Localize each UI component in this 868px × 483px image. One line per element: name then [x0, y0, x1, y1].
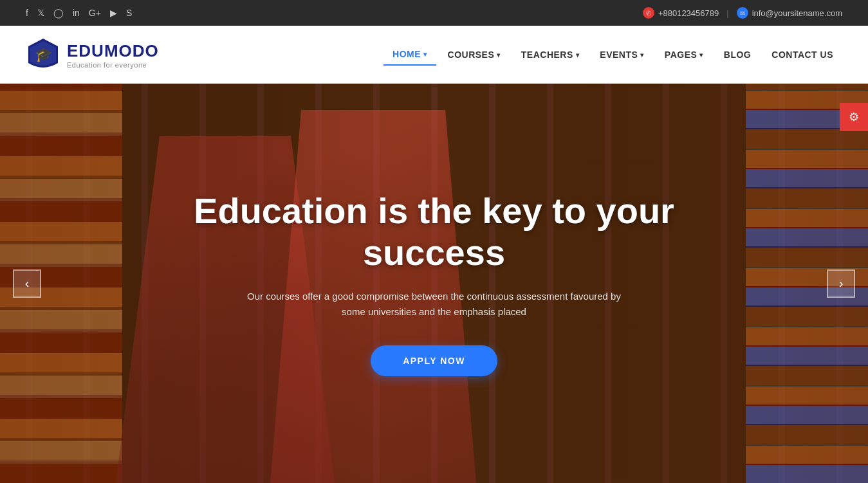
chevron-down-icon: ▾: [576, 51, 580, 59]
chevron-down-icon: ▾: [497, 51, 501, 59]
youtube-icon[interactable]: ▶: [110, 8, 117, 18]
social-links: f 𝕏 ◯ in G+ ▶ S: [26, 8, 132, 18]
nav-courses[interactable]: COURSES ▾: [439, 44, 510, 65]
googleplus-icon[interactable]: G+: [89, 8, 101, 18]
hero-title: Education is the key to your success: [177, 190, 692, 273]
gear-icon: ⚙: [849, 110, 859, 124]
nav-events[interactable]: EVENTS ▾: [591, 44, 653, 65]
top-bar: f 𝕏 ◯ in G+ ▶ S ✆ +880123456789 | ✉ info…: [0, 0, 868, 26]
chevron-down-icon: ▾: [423, 51, 427, 58]
chevron-down-icon: ▾: [640, 51, 644, 59]
facebook-icon[interactable]: f: [26, 8, 28, 18]
phone-contact: ✆ +880123456789: [643, 7, 719, 19]
nav-contact[interactable]: CONTACT US: [762, 44, 842, 65]
logo-area[interactable]: 🎓 EDUMODO Education for everyone: [26, 37, 159, 72]
nav-pages[interactable]: PAGES ▾: [656, 44, 712, 65]
nav-teachers[interactable]: TEACHERS ▾: [512, 44, 589, 65]
nav-blog[interactable]: BLOG: [715, 44, 760, 65]
email-icon: ✉: [737, 7, 748, 19]
settings-button[interactable]: ⚙: [840, 103, 868, 131]
skype-icon[interactable]: S: [126, 8, 132, 18]
nav-home[interactable]: HOME ▾: [383, 44, 436, 66]
slider-prev-button[interactable]: ‹: [13, 269, 41, 298]
apply-now-button[interactable]: APPLY NOW: [371, 345, 497, 376]
email-contact: ✉ info@yoursitename.com: [737, 7, 842, 19]
svg-text:🎓: 🎓: [35, 46, 53, 63]
email-address: info@yoursitename.com: [752, 8, 842, 18]
header: 🎓 EDUMODO Education for everyone HOME ▾ …: [0, 26, 868, 84]
hero-subtitle: Our courses offer a good compromise betw…: [235, 289, 634, 320]
divider: |: [726, 8, 728, 18]
hero-section: Education is the key to your success Our…: [0, 84, 868, 483]
phone-number: +880123456789: [658, 8, 719, 18]
hero-content: Education is the key to your success Our…: [0, 84, 868, 483]
chevron-down-icon: ▾: [699, 51, 703, 59]
slider-next-button[interactable]: ›: [827, 269, 855, 298]
logo-text: EDUMODO Education for everyone: [67, 41, 159, 69]
logo-tagline: Education for everyone: [67, 61, 159, 69]
main-nav: HOME ▾ COURSES ▾ TEACHERS ▾ EVENTS ▾ PAG…: [383, 44, 842, 66]
phone-icon: ✆: [643, 7, 654, 19]
twitter-icon[interactable]: 𝕏: [37, 8, 44, 18]
logo-icon: 🎓: [26, 37, 60, 72]
instagram-icon[interactable]: ◯: [53, 8, 64, 18]
logo-name: EDUMODO: [67, 41, 159, 61]
linkedin-icon[interactable]: in: [73, 8, 80, 18]
contact-info: ✆ +880123456789 | ✉ info@yoursitename.co…: [643, 7, 842, 19]
